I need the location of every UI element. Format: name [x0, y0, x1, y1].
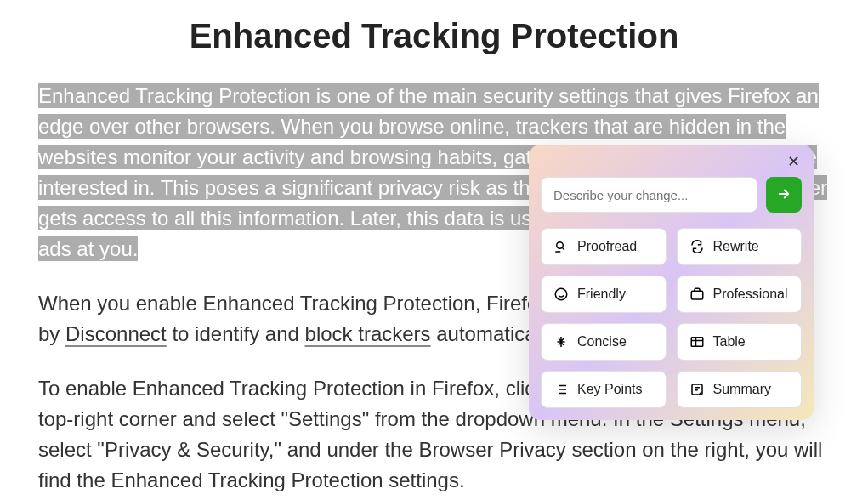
options-grid: Proofread Rewrite Friendly Professional … [541, 228, 802, 408]
professional-icon [689, 287, 705, 302]
send-button[interactable] [766, 177, 802, 213]
table-icon [689, 334, 705, 349]
keypoints-icon [553, 382, 569, 397]
rewrite-icon [689, 239, 705, 254]
send-icon [776, 186, 791, 204]
option-rewrite[interactable]: Rewrite [677, 228, 803, 265]
option-professional[interactable]: Professional [677, 276, 803, 313]
option-summary[interactable]: Summary [677, 371, 803, 408]
proofread-icon [553, 239, 569, 254]
option-friendly[interactable]: Friendly [541, 276, 667, 313]
describe-input[interactable] [541, 177, 757, 213]
svg-point-0 [557, 242, 564, 249]
option-concise[interactable]: Concise [541, 323, 667, 361]
option-table[interactable]: Table [677, 323, 803, 361]
link-block-trackers[interactable]: block trackers [305, 322, 431, 345]
svg-rect-2 [691, 291, 703, 299]
svg-point-1 [555, 288, 567, 300]
popup-header [541, 177, 802, 213]
close-icon: ✕ [787, 152, 800, 171]
summary-icon [689, 382, 705, 397]
option-keypoints[interactable]: Key Points [541, 371, 667, 408]
page-title: Enhanced Tracking Protection [38, 17, 830, 55]
svg-rect-3 [691, 338, 703, 347]
friendly-icon [553, 287, 569, 302]
concise-icon [553, 334, 569, 349]
option-proofread[interactable]: Proofread [541, 228, 667, 265]
link-disconnect[interactable]: Disconnect [65, 322, 167, 345]
ai-edit-popup: ✕ Proofread Rewrite Friendly [529, 145, 814, 420]
close-button[interactable]: ✕ [785, 153, 802, 170]
